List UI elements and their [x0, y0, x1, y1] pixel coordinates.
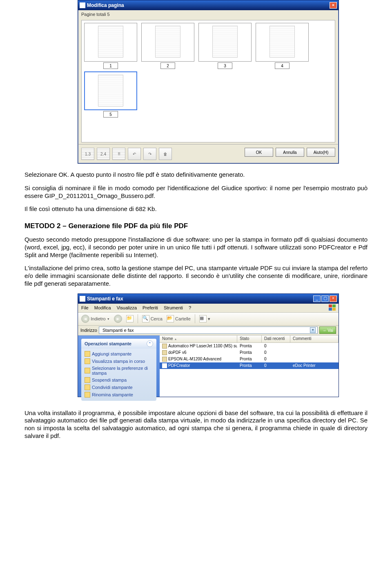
- panel-header[interactable]: Operazioni stampante ⌃: [81, 339, 156, 349]
- close-button[interactable]: ×: [330, 2, 337, 9]
- go-button[interactable]: →Vai: [319, 327, 336, 334]
- tasks-panel: Operazioni stampante ⌃ Aggiungi stampant…: [81, 339, 156, 401]
- list-item[interactable]: EPSON AL-M1200 Advanced Pronta 0: [160, 356, 339, 362]
- thumbnails-area: [81, 20, 335, 142]
- page-thumb[interactable]: [198, 23, 252, 69]
- col-status[interactable]: Stato: [237, 335, 262, 342]
- task-icon: [85, 392, 90, 398]
- address-label: Indirizzo: [80, 328, 97, 333]
- close-button[interactable]: ×: [330, 295, 337, 302]
- page-thumb[interactable]: [84, 71, 137, 118]
- collapse-icon[interactable]: ⌃: [147, 340, 153, 347]
- task-item[interactable]: Sospendi stampa: [85, 376, 153, 384]
- layout-tool-3[interactable]: ⠿: [112, 148, 125, 160]
- doc-heading: METODO 2 – Generazione file PDF da più f…: [24, 222, 368, 230]
- svg-rect-2: [329, 308, 332, 311]
- thumb-num[interactable]: [218, 62, 232, 69]
- address-value: Stampanti e fax: [102, 328, 134, 333]
- col-recent[interactable]: Dati recenti: [262, 335, 290, 342]
- doc-para: Selezionare OK. A questo punto il nostro…: [24, 171, 368, 179]
- search-icon: 🔍: [142, 315, 149, 322]
- undo-button[interactable]: ↶: [128, 148, 141, 160]
- printer-icon: [80, 296, 85, 302]
- svg-rect-1: [332, 304, 336, 307]
- dialog-title: Modifica pagina: [87, 2, 124, 8]
- views-button[interactable]: ▦▾: [199, 315, 210, 322]
- address-field[interactable]: Stampanti e fax ▼: [99, 327, 318, 334]
- task-item[interactable]: Aggiungi stampante: [85, 350, 153, 358]
- page-thumb[interactable]: [141, 23, 194, 69]
- task-item[interactable]: Condividi stampante: [85, 384, 153, 391]
- task-icon: [85, 351, 90, 357]
- menu-item[interactable]: File: [81, 305, 89, 310]
- printer-icon: [162, 350, 167, 355]
- task-item[interactable]: Selezionare la preferenze di stampa: [85, 365, 153, 376]
- back-button[interactable]: ◄Indietro ▼: [81, 315, 110, 323]
- page-thumb[interactable]: [256, 23, 309, 69]
- menu-item[interactable]: Modifica: [94, 305, 111, 310]
- maximize-button[interactable]: ▢: [321, 295, 329, 302]
- menubar: File Modifica Visualizza Preferiti Strum…: [78, 304, 339, 313]
- windows-flag-icon: [329, 304, 336, 311]
- dialog-modifica-pagina: Modifica pagina × Pagine totali 5 1.3 2.…: [78, 0, 339, 164]
- list-item[interactable]: PDFCreator Pronta 0 eDoc Printer: [160, 362, 339, 369]
- tasks-sidebar: Operazioni stampante ⌃ Aggiungi stampant…: [78, 335, 160, 397]
- help-button[interactable]: Aiuto(H): [307, 148, 335, 157]
- dialog-titlebar[interactable]: Modifica pagina ×: [78, 0, 339, 10]
- printer-list: Nome ▲ Stato Dati recenti Commenti Autom…: [160, 335, 339, 397]
- printer-icon: [162, 344, 167, 349]
- menu-item[interactable]: Visualizza: [117, 305, 137, 310]
- list-item[interactable]: Automatico HP LaserJet 1100 (MS) su OSSE…: [160, 343, 339, 349]
- layout-tool-1[interactable]: 1.3: [81, 148, 94, 160]
- printer-icon: [162, 357, 167, 362]
- svg-rect-3: [332, 308, 336, 311]
- explorer-window: Stampanti e fax _ ▢ × File Modifica Visu…: [78, 293, 339, 397]
- menu-item[interactable]: ?: [189, 305, 191, 310]
- doc-para: Si consiglia di nominare il file in modo…: [24, 184, 368, 200]
- menu-item[interactable]: Strumenti: [164, 305, 183, 310]
- dialog-toolbar: 1.3 2.4 ⠿ ↶ ↷ 🗑 OK Annulla Aiuto(H): [78, 144, 339, 163]
- thumb-num[interactable]: [103, 62, 118, 69]
- list-item[interactable]: doPDF v6 Pronta 0: [160, 349, 339, 356]
- list-header: Nome ▲ Stato Dati recenti Commenti: [160, 335, 339, 343]
- search-button[interactable]: 🔍Cerca: [142, 315, 163, 322]
- layout-tool-2[interactable]: 2.4: [97, 148, 110, 160]
- ok-button[interactable]: OK: [245, 148, 273, 157]
- explorer-title: Stampanti e fax: [87, 296, 123, 302]
- task-item[interactable]: Rinomina stampante: [85, 391, 153, 398]
- page-thumb[interactable]: [84, 23, 137, 69]
- doc-para: L'installazione del primo crea, sotto la…: [24, 264, 368, 287]
- delete-button[interactable]: 🗑: [159, 148, 172, 160]
- redo-button[interactable]: ↷: [143, 148, 156, 160]
- thumb-num[interactable]: [160, 62, 175, 69]
- minimize-button[interactable]: _: [313, 295, 321, 302]
- task-icon: [85, 384, 90, 390]
- menu-item[interactable]: Preferiti: [143, 305, 158, 310]
- cancel-button[interactable]: Annulla: [276, 148, 304, 157]
- printer-icon: [162, 363, 167, 368]
- task-item[interactable]: Visualizza stampa in corso: [85, 358, 153, 365]
- task-icon: [85, 368, 90, 373]
- app-icon: [80, 2, 85, 8]
- thumb-num[interactable]: [275, 62, 290, 69]
- toolbar: ◄Indietro ▼ ► 📁 🔍Cerca 📂Cartelle ▦▾: [78, 313, 339, 326]
- up-button[interactable]: 📁: [126, 315, 134, 322]
- doc-para: Il file così ottenuto ha una dimensione …: [24, 205, 368, 213]
- folder-icon: 📂: [167, 315, 174, 322]
- thumb-num[interactable]: [103, 111, 118, 118]
- svg-rect-0: [329, 304, 332, 307]
- folders-button[interactable]: 📂Cartelle: [167, 315, 191, 322]
- address-bar: Indirizzo Stampanti e fax ▼ →Vai: [78, 326, 339, 335]
- total-pages-label: Pagine totali 5: [78, 10, 339, 18]
- dropdown-button[interactable]: ▼: [310, 327, 316, 333]
- task-icon: [85, 358, 90, 364]
- views-icon: ▦: [199, 315, 207, 322]
- folder-up-icon: 📁: [126, 315, 134, 322]
- doc-para: Una volta installato il programma, è pos…: [24, 409, 368, 440]
- col-comments[interactable]: Commenti: [290, 335, 339, 342]
- col-name[interactable]: Nome ▲: [160, 335, 237, 342]
- explorer-titlebar[interactable]: Stampanti e fax _ ▢ ×: [78, 294, 339, 304]
- doc-para: Questo secondo metodo presuppone l'insta…: [24, 236, 368, 259]
- forward-button[interactable]: ►: [114, 315, 122, 323]
- task-icon: [85, 377, 90, 383]
